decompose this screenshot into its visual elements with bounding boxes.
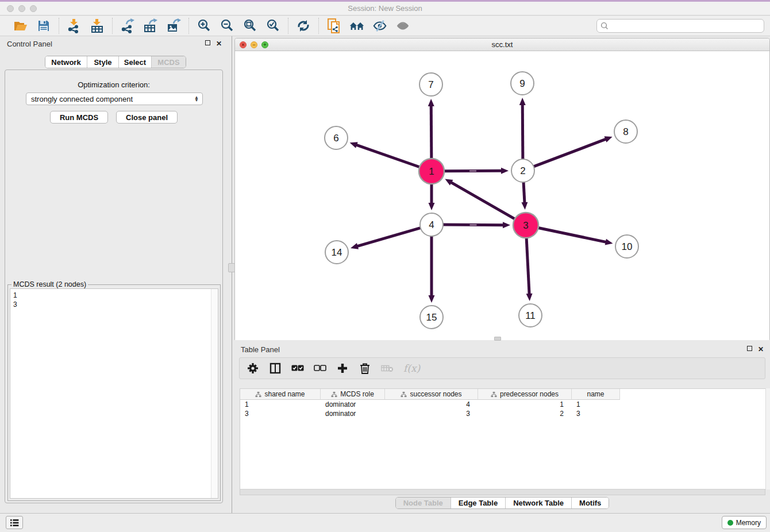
table-cell[interactable]: 1 bbox=[478, 400, 572, 409]
network-window-titlebar[interactable]: × − + scc.txt bbox=[235, 38, 769, 51]
table-cell[interactable]: 1 bbox=[240, 400, 321, 409]
control-panel-tabs: Network Style Select MCDS bbox=[45, 56, 186, 68]
float-panel-icon[interactable] bbox=[205, 40, 210, 45]
tab-network[interactable]: Network bbox=[45, 56, 87, 68]
graph-edge[interactable] bbox=[351, 228, 421, 249]
graph-edge[interactable] bbox=[444, 168, 509, 174]
table-cell[interactable]: 2 bbox=[478, 409, 572, 418]
table-cell[interactable]: 4 bbox=[385, 400, 478, 409]
deselect-all-icon[interactable] bbox=[314, 362, 326, 375]
graph-node[interactable]: 4 bbox=[420, 213, 443, 236]
table-cell[interactable]: 3 bbox=[572, 409, 620, 418]
delete-table-icon bbox=[381, 362, 394, 375]
search-field[interactable] bbox=[596, 19, 764, 33]
graph-edge[interactable] bbox=[519, 98, 526, 159]
vertical-splitter[interactable] bbox=[232, 36, 233, 513]
graph-node[interactable]: 6 bbox=[325, 126, 348, 149]
show-graphics-icon[interactable] bbox=[395, 18, 410, 33]
graph-node[interactable]: 8 bbox=[614, 120, 637, 143]
graph-edge[interactable] bbox=[534, 136, 613, 167]
tab-select[interactable]: Select bbox=[119, 56, 152, 68]
gear-icon[interactable] bbox=[247, 362, 259, 375]
export-network-icon[interactable] bbox=[120, 18, 135, 33]
zoom-selected-icon[interactable] bbox=[265, 18, 280, 33]
graph-node[interactable]: 15 bbox=[420, 306, 443, 329]
graph-edge[interactable] bbox=[521, 182, 528, 210]
column-header-successor-nodes[interactable]: successor nodes bbox=[385, 389, 478, 400]
task-history-button[interactable] bbox=[6, 516, 23, 529]
open-file-icon[interactable] bbox=[13, 18, 28, 33]
graph-edge[interactable] bbox=[428, 99, 434, 159]
save-session-icon[interactable] bbox=[36, 18, 51, 33]
graph-edge[interactable] bbox=[429, 236, 435, 303]
graph-edge[interactable] bbox=[526, 238, 533, 301]
table-cell[interactable]: 1 bbox=[572, 400, 620, 409]
table-horizontal-scrollbar[interactable] bbox=[240, 489, 765, 495]
select-all-icon[interactable] bbox=[291, 362, 304, 375]
import-network-icon[interactable] bbox=[67, 18, 82, 33]
network-canvas[interactable]: 7968124314101511 bbox=[235, 51, 769, 340]
close-table-panel-icon[interactable]: ✕ bbox=[758, 346, 764, 353]
graph-node[interactable]: 2 bbox=[511, 159, 534, 182]
graph-node[interactable]: 10 bbox=[615, 235, 638, 258]
zoom-out-icon[interactable] bbox=[220, 18, 234, 33]
table-cell[interactable]: 3 bbox=[240, 409, 321, 418]
column-header-shared-name[interactable]: shared name bbox=[240, 389, 321, 400]
import-table-icon[interactable] bbox=[90, 18, 105, 33]
table-cell[interactable]: 3 bbox=[385, 409, 478, 418]
tab-mcds[interactable]: MCDS bbox=[152, 56, 186, 68]
graph-edge[interactable] bbox=[538, 228, 613, 245]
add-row-icon[interactable] bbox=[336, 362, 349, 375]
export-table-icon[interactable] bbox=[143, 18, 158, 33]
close-panel-button[interactable]: Close panel bbox=[116, 111, 178, 124]
table-vertical-scrollbar[interactable] bbox=[765, 388, 770, 489]
tab-edge-table[interactable]: Edge Table bbox=[451, 498, 506, 508]
result-scrollbar[interactable] bbox=[211, 289, 218, 498]
clone-network-icon[interactable] bbox=[326, 18, 341, 33]
horizontal-splitter-handle[interactable] bbox=[494, 337, 501, 341]
graph-node[interactable]: 1 bbox=[419, 159, 444, 184]
graph-node[interactable]: 3 bbox=[513, 213, 538, 238]
table-row[interactable]: 3dominator323 bbox=[240, 409, 765, 418]
export-image-icon[interactable] bbox=[166, 18, 181, 33]
table-row[interactable]: 1dominator411 bbox=[240, 400, 765, 409]
graph-node[interactable]: 11 bbox=[519, 304, 542, 327]
table-cell[interactable]: dominator bbox=[321, 409, 385, 418]
run-mcds-button[interactable]: Run MCDS bbox=[50, 111, 108, 124]
tab-network-table[interactable]: Network Table bbox=[506, 498, 572, 508]
network-graph[interactable]: 7968124314101511 bbox=[235, 51, 769, 340]
memory-button[interactable]: Memory bbox=[722, 516, 767, 529]
graph-node[interactable]: 14 bbox=[325, 241, 348, 264]
column-header-predecessor-nodes[interactable]: predecessor nodes bbox=[478, 389, 572, 400]
zoom-in-icon[interactable] bbox=[197, 18, 211, 33]
graph-edge[interactable] bbox=[429, 184, 435, 210]
tab-motifs[interactable]: Motifs bbox=[572, 498, 609, 508]
table-body: 1dominator4113dominator323 bbox=[240, 400, 765, 418]
delete-row-icon[interactable] bbox=[359, 362, 371, 375]
hide-selected-icon[interactable] bbox=[372, 18, 387, 33]
status-bar: Memory bbox=[0, 513, 770, 532]
shared-column-icon bbox=[401, 391, 407, 398]
float-table-panel-icon[interactable] bbox=[747, 346, 752, 351]
first-neighbors-icon[interactable] bbox=[349, 18, 364, 33]
apply-layout-icon[interactable] bbox=[296, 18, 311, 33]
zoom-fit-icon[interactable] bbox=[242, 18, 257, 33]
columns-icon[interactable] bbox=[269, 362, 282, 375]
node-table: shared nameMCDS rolesuccessor nodesprede… bbox=[240, 388, 765, 489]
tab-node-table[interactable]: Node Table bbox=[396, 498, 451, 508]
mcds-result-text[interactable]: 1 3 bbox=[10, 288, 218, 499]
search-input[interactable] bbox=[611, 22, 760, 30]
column-header-name[interactable]: name bbox=[572, 389, 620, 400]
main-toolbar bbox=[0, 16, 770, 36]
shared-column-icon bbox=[255, 391, 261, 398]
graph-edge[interactable] bbox=[445, 179, 514, 219]
graph-edge[interactable] bbox=[350, 142, 420, 167]
table-cell[interactable]: dominator bbox=[321, 400, 385, 409]
close-panel-icon[interactable]: ✕ bbox=[216, 40, 222, 47]
tab-style[interactable]: Style bbox=[87, 56, 119, 68]
column-header-MCDS-role[interactable]: MCDS role bbox=[321, 389, 385, 400]
graph-node[interactable]: 7 bbox=[419, 73, 442, 96]
graph-node[interactable]: 9 bbox=[511, 72, 534, 95]
criterion-dropdown[interactable]: strongly connected component ▲▼ bbox=[26, 92, 203, 105]
graph-edge[interactable] bbox=[443, 222, 510, 228]
